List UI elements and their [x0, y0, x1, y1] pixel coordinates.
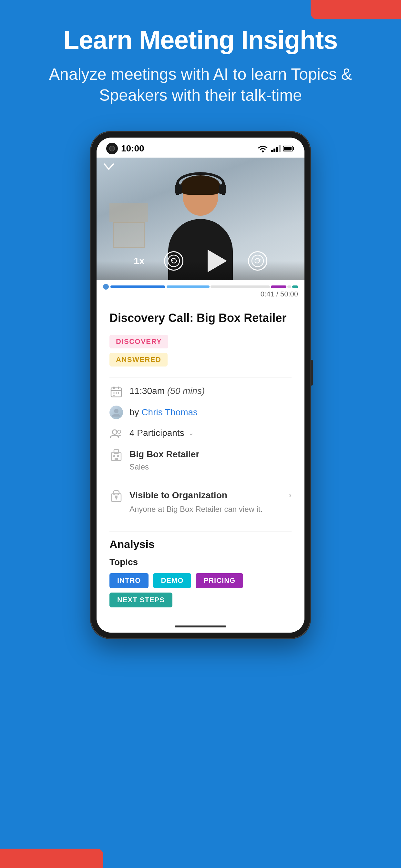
progress-gap [287, 285, 291, 288]
visibility-chevron-icon[interactable]: › [289, 490, 291, 500]
svg-rect-27 [115, 458, 118, 461]
progress-played [111, 285, 165, 288]
phone-screen: 10:00 [96, 137, 305, 632]
meeting-title: Discovery Call: Big Box Retailer [110, 311, 291, 326]
phone-frame: 10:00 [91, 132, 310, 639]
svg-rect-1 [271, 150, 273, 152]
topic-tag-next-steps[interactable]: NEXT STEPS [110, 593, 173, 608]
topic-tag-intro[interactable]: INTRO [110, 573, 149, 588]
svg-point-21 [112, 430, 117, 434]
svg-point-8 [168, 255, 180, 267]
progress-section[interactable]: 0:41 / 50:00 [96, 280, 305, 301]
play-button[interactable] [203, 248, 228, 274]
progress-bar[interactable] [103, 285, 298, 288]
company-info: Big Box Retailer Sales [129, 447, 199, 473]
meta-visibility: Visible to Organization Anyone at Big Bo… [110, 489, 289, 515]
meta-list: 11:30am (50 mins) by Chris Thomas [110, 384, 291, 473]
svg-point-0 [262, 151, 264, 152]
divider-3 [110, 531, 291, 531]
progress-segment-purple [271, 285, 286, 288]
svg-point-18 [118, 392, 119, 394]
host-info: by Chris Thomas [129, 406, 197, 419]
participants-icon [110, 427, 123, 440]
battery-icon [283, 145, 295, 152]
svg-point-19 [113, 395, 115, 396]
hero-title: Learn Meeting Insights [19, 26, 382, 54]
svg-point-17 [116, 392, 117, 394]
divider-2 [110, 482, 291, 482]
svg-rect-4 [279, 145, 281, 152]
calendar-icon [110, 385, 123, 399]
meeting-time: 11:30am (50 mins) [129, 384, 205, 398]
svg-rect-3 [276, 147, 278, 152]
hero-section: Learn Meeting Insights Analyze meetings … [0, 0, 401, 119]
host-avatar [110, 406, 123, 419]
tag-discovery[interactable]: DISCOVERY [110, 335, 168, 348]
status-bar: 10:00 [96, 137, 305, 158]
signal-icon [271, 145, 281, 152]
svg-point-22 [118, 430, 121, 433]
topic-tag-demo[interactable]: DEMO [153, 573, 191, 588]
play-triangle-icon [208, 250, 227, 272]
tags-container: DISCOVERY ANSWERED [110, 335, 291, 367]
home-bar [175, 625, 226, 627]
company-icon [110, 448, 123, 462]
hero-subtitle: Analyze meetings with AI to learn Topics… [19, 64, 382, 106]
person-head [183, 177, 218, 216]
svg-rect-31 [116, 498, 117, 500]
topics-label: Topics [110, 557, 291, 567]
divider-1 [110, 377, 291, 378]
company-name: Big Box Retailer [129, 447, 199, 461]
meta-company: Big Box Retailer Sales [110, 447, 291, 473]
progress-time: 0:41 / 50:00 [103, 290, 298, 299]
progress-segment-teal [292, 285, 298, 288]
svg-point-20 [114, 409, 119, 413]
content-area: Discovery Call: Big Box Retailer DISCOVE… [96, 301, 305, 525]
svg-rect-15 [118, 386, 119, 389]
visibility-desc: Anyone at Big Box Retailer can view it. [129, 503, 263, 515]
progress-remaining [211, 285, 270, 288]
video-controls: 1x 15 [96, 248, 305, 274]
participants-chevron-icon: ⌄ [188, 429, 194, 437]
headphones-icon [176, 172, 225, 195]
meta-participants[interactable]: 4 Participants ⌄ [110, 426, 291, 440]
analysis-section: Analysis Topics INTRO DEMO PRICING NEXT … [96, 531, 305, 620]
video-area[interactable]: 1x 15 [96, 158, 305, 280]
home-indicator [96, 620, 305, 632]
visibility-row[interactable]: Visible to Organization Anyone at Big Bo… [110, 489, 291, 515]
participants-row[interactable]: 4 Participants ⌄ [129, 426, 194, 440]
wifi-icon [257, 144, 268, 153]
visibility-title: Visible to Organization [129, 489, 263, 502]
svg-rect-29 [113, 491, 119, 495]
progress-segment-2 [166, 285, 210, 288]
svg-point-10 [252, 255, 264, 267]
meta-host: by Chris Thomas [110, 406, 291, 419]
phone-container: 10:00 [0, 119, 401, 658]
visibility-info: Visible to Organization Anyone at Big Bo… [129, 489, 263, 515]
status-bar-right [257, 144, 295, 153]
svg-rect-14 [113, 386, 115, 389]
status-bar-left: 10:00 [106, 143, 144, 154]
svg-rect-2 [274, 149, 275, 152]
tag-answered[interactable]: ANSWERED [110, 353, 167, 367]
visibility-icon [110, 489, 123, 503]
topic-tag-pricing[interactable]: PRICING [196, 573, 243, 588]
topic-tags-container: INTRO DEMO PRICING NEXT STEPS [110, 573, 291, 608]
speed-button[interactable]: 1x [134, 255, 144, 267]
rewind-button[interactable]: 15 [164, 251, 183, 271]
forward-button[interactable]: 15 [248, 251, 267, 271]
shelf-top [110, 203, 148, 222]
collapse-button[interactable] [103, 163, 115, 171]
svg-rect-26 [117, 455, 119, 457]
progress-dot [103, 284, 109, 290]
svg-rect-25 [113, 455, 115, 457]
shelf-icon [113, 222, 145, 248]
company-dept: Sales [129, 461, 199, 473]
participants-count: 4 Participants [129, 426, 184, 440]
status-time: 10:00 [121, 144, 144, 154]
svg-rect-6 [293, 147, 294, 150]
svg-rect-7 [284, 147, 291, 151]
svg-point-16 [113, 392, 115, 394]
analysis-title: Analysis [110, 538, 291, 551]
bg-decoration-bottom [0, 848, 103, 868]
